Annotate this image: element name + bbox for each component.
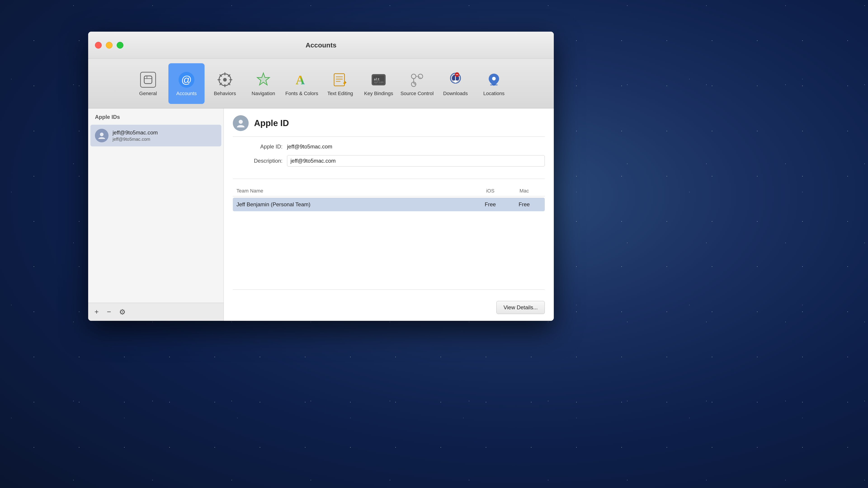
minimize-button[interactable] (106, 42, 113, 48)
account-avatar (95, 129, 108, 142)
toolbar-item-source-control[interactable]: Source Control (399, 63, 435, 104)
window-controls (95, 42, 123, 48)
behaviors-label: Behaviors (214, 91, 236, 96)
navigation-icon (254, 71, 272, 89)
account-email: jeff@9to5mac.com (113, 137, 158, 142)
account-list: jeff@9to5mac.com jeff@9to5mac.com (88, 124, 223, 303)
panel-header: Apple IDs (88, 108, 223, 124)
navigation-label: Navigation (252, 91, 275, 96)
window-title: Accounts (306, 41, 337, 49)
account-info: jeff@9to5mac.com jeff@9to5mac.com (113, 129, 158, 142)
general-label: General (139, 91, 157, 96)
locations-icon (485, 71, 503, 89)
toolbar: General @ Accounts (88, 59, 554, 108)
description-row: Description: (233, 155, 545, 166)
team-table-header: Team Name iOS Mac (233, 186, 545, 196)
downloads-icon (446, 71, 465, 89)
maximize-button[interactable] (117, 42, 123, 48)
add-account-button[interactable]: + (93, 307, 101, 317)
source-control-icon (408, 71, 426, 89)
left-panel-footer: + − ⚙ (88, 303, 223, 321)
toolbar-item-key-bindings[interactable]: alt option Key Bindings (361, 63, 397, 104)
accounts-icon: @ (178, 71, 195, 89)
apple-id-avatar-icon (233, 115, 249, 131)
text-editing-label: Text Editing (327, 91, 353, 96)
remove-account-button[interactable]: − (105, 307, 113, 317)
svg-point-4 (223, 78, 227, 82)
svg-text:option: option (374, 80, 383, 84)
locations-label: Locations (483, 91, 504, 96)
svg-marker-14 (257, 73, 270, 85)
svg-point-37 (100, 133, 103, 136)
right-panel: Apple ID Apple ID: jeff@9to5mac.com Desc… (224, 108, 554, 321)
apple-id-row: Apple ID: jeff@9to5mac.com (233, 143, 545, 150)
source-control-label: Source Control (401, 91, 434, 96)
bottom-spacer (233, 211, 545, 283)
team-ios-value: Free (473, 201, 507, 207)
fonts-colors-icon: A (293, 71, 311, 89)
team-name-value: Jeff Benjamin (Personal Team) (237, 201, 473, 207)
svg-point-25 (411, 74, 416, 78)
toolbar-item-behaviors[interactable]: Behaviors (207, 63, 243, 104)
team-row[interactable]: Jeff Benjamin (Personal Team) Free Free (233, 198, 545, 211)
account-item[interactable]: jeff@9to5mac.com jeff@9to5mac.com (90, 125, 221, 147)
col-ios: iOS (473, 188, 507, 194)
account-settings-button[interactable]: ⚙ (117, 307, 127, 317)
svg-point-35 (492, 77, 496, 80)
key-bindings-icon: alt option (370, 71, 388, 89)
main-content: Apple IDs jeff@9to5mac.com jeff@9to5mac.… (88, 108, 554, 321)
description-input[interactable] (287, 155, 545, 166)
toolbar-item-general[interactable]: General (130, 63, 166, 104)
col-mac: Mac (507, 188, 541, 194)
toolbar-item-navigation[interactable]: Navigation (245, 63, 281, 104)
apple-id-value: jeff@9to5mac.com (287, 143, 332, 150)
downloads-label: Downloads (443, 91, 468, 96)
team-table: Team Name iOS Mac Jeff Benjamin (Persona… (233, 186, 545, 211)
divider-2 (233, 289, 545, 290)
toolbar-item-downloads[interactable]: Downloads (437, 63, 473, 104)
toolbar-item-locations[interactable]: Locations (476, 63, 512, 104)
col-team-name: Team Name (237, 188, 473, 194)
apple-id-title: Apple ID (254, 119, 289, 128)
apple-id-header: Apple ID (233, 115, 545, 137)
apple-id-label: Apple ID: (233, 143, 287, 150)
svg-text:A: A (296, 73, 305, 87)
close-button[interactable] (95, 42, 102, 48)
toolbar-item-text-editing[interactable]: Text Editing (322, 63, 358, 104)
key-bindings-label: Key Bindings (364, 91, 393, 96)
fonts-colors-label: Fonts & Colors (285, 91, 318, 96)
svg-rect-16 (334, 74, 344, 86)
general-icon (139, 71, 157, 89)
account-name: jeff@9to5mac.com (113, 129, 158, 136)
description-label: Description: (233, 158, 287, 164)
titlebar: Accounts (88, 32, 554, 59)
toolbar-item-fonts-colors[interactable]: A Fonts & Colors (284, 63, 320, 104)
svg-rect-0 (144, 76, 152, 84)
toolbar-item-accounts[interactable]: @ Accounts (168, 63, 205, 104)
text-editing-icon (331, 71, 349, 89)
team-mac-value: Free (507, 201, 541, 207)
svg-point-38 (239, 120, 243, 124)
main-window: Accounts General @ Accounts (88, 32, 554, 321)
left-panel: Apple IDs jeff@9to5mac.com jeff@9to5mac.… (88, 108, 224, 321)
behaviors-icon (216, 71, 234, 89)
accounts-label: Accounts (176, 91, 197, 96)
view-details-button[interactable]: View Details... (496, 301, 545, 314)
bottom-row: View Details... (233, 296, 545, 314)
